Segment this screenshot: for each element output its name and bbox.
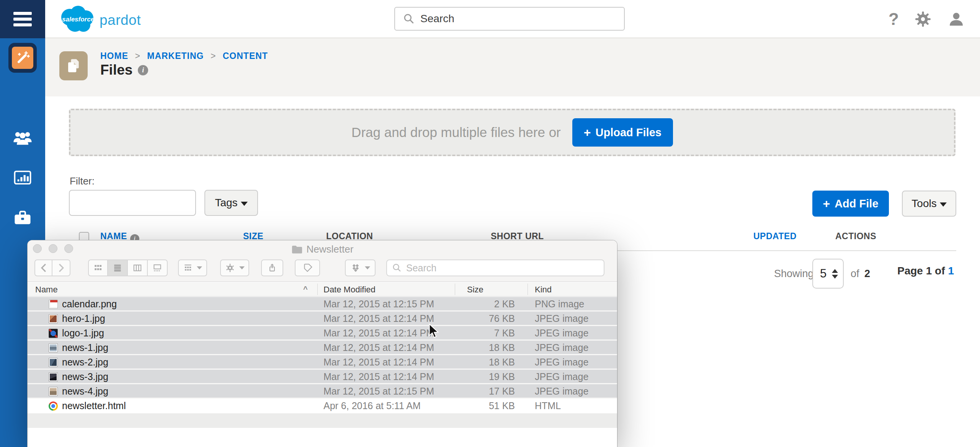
dropbox-button[interactable] [345, 259, 376, 276]
finder-file-row[interactable]: hero-1.jpg Mar 12, 2015 at 12:14 PM 76 K… [28, 312, 617, 326]
drop-zone-text: Drag and drop multiple files here or [351, 125, 561, 140]
file-date-modified: Mar 12, 2015 at 12:14 PM [323, 313, 434, 324]
column-header-location: LOCATION [326, 231, 373, 241]
hamburger-menu-button[interactable] [0, 0, 45, 38]
breadcrumb-separator: > [135, 51, 140, 61]
file-size: 18 KB [456, 342, 515, 353]
file-name: hero-1.jpg [62, 313, 105, 324]
people-icon [12, 127, 33, 148]
page-info-icon[interactable]: i [138, 65, 148, 75]
page-1-link[interactable]: 1 [948, 265, 954, 277]
drag-drop-zone[interactable]: Drag and drop multiple files here or + U… [69, 109, 956, 156]
zoom-window-icon[interactable] [64, 244, 73, 253]
finder-column-date-modified[interactable]: Date Modified [323, 285, 376, 295]
user-profile-icon[interactable] [947, 10, 965, 28]
breadcrumb-marketing[interactable]: MARKETING [147, 51, 204, 61]
finder-column-name[interactable]: Name [35, 285, 58, 295]
file-size: 19 KB [456, 371, 515, 382]
close-window-icon[interactable] [33, 244, 42, 253]
file-name: logo-1.jpg [62, 328, 104, 339]
icon-view-button[interactable] [88, 259, 108, 276]
files-page-icon [59, 51, 88, 80]
sidebar-item-reports[interactable] [0, 168, 45, 188]
of-label: of [851, 268, 859, 280]
column-header-actions: ACTIONS [835, 231, 876, 241]
column-header-updated[interactable]: UPDATED [753, 231, 797, 241]
file-date-modified: Apr 6, 2016 at 5:11 AM [323, 400, 421, 411]
column-header-short-url: SHORT URL [491, 231, 544, 241]
back-button[interactable] [34, 259, 52, 276]
page-indicator: Page 1 of1 [897, 265, 954, 277]
settings-gear-icon[interactable] [914, 10, 932, 28]
sidebar-item-prospects[interactable] [0, 127, 45, 148]
page-title: Files [100, 62, 132, 78]
finder-column-kind[interactable]: Kind [535, 285, 552, 295]
minimize-window-icon[interactable] [49, 244, 57, 253]
file-thumbnail-icon [49, 372, 58, 382]
finder-column-size[interactable]: Size [467, 285, 483, 295]
file-size: 7 KB [456, 328, 515, 339]
forward-button[interactable] [52, 259, 70, 276]
per-page-value: 5 [820, 267, 826, 281]
global-search-input[interactable]: Search [394, 7, 625, 31]
column-view-button[interactable] [128, 259, 148, 276]
add-file-button[interactable]: + Add File [812, 191, 889, 217]
finder-file-row[interactable]: calendar.png Mar 12, 2015 at 12:15 PM 2 … [28, 297, 617, 312]
coverflow-view-button[interactable] [148, 259, 168, 276]
finder-file-row[interactable]: news-4.jpg Mar 12, 2015 at 12:15 PM 17 K… [28, 384, 617, 399]
file-thumbnail-icon [49, 300, 58, 309]
finder-file-row[interactable]: news-3.jpg Mar 12, 2015 at 12:14 PM 19 K… [28, 370, 617, 384]
finder-search-placeholder: Search [406, 263, 436, 274]
file-kind: JPEG image [535, 313, 588, 324]
tags-dropdown-button[interactable]: Tags [204, 190, 258, 216]
briefcase-icon [13, 208, 33, 228]
pardot-wordmark: pardot [100, 12, 141, 28]
file-size: 18 KB [456, 357, 515, 368]
sidebar-item-content[interactable] [8, 43, 37, 73]
help-icon[interactable]: ? [889, 10, 899, 29]
search-icon [403, 13, 415, 25]
salesforce-cloud-logo: salesforce [58, 4, 96, 34]
upload-files-button[interactable]: + Upload Files [572, 118, 673, 147]
finder-window-title: Newsletter [307, 243, 354, 255]
stepper-up-icon[interactable] [832, 269, 838, 273]
filter-label: Filter: [70, 175, 95, 187]
showing-label: Showing [774, 268, 814, 280]
salesforce-wordmark: salesforce [62, 16, 93, 23]
file-date-modified: Mar 12, 2015 at 12:15 PM [323, 299, 434, 310]
action-gear-button[interactable] [220, 259, 249, 276]
arrange-button[interactable] [178, 259, 207, 276]
file-name: news-3.jpg [62, 371, 108, 382]
file-date-modified: Mar 12, 2015 at 12:14 PM [323, 328, 434, 339]
finder-search-input[interactable]: Search [386, 259, 604, 276]
total-count: 2 [864, 268, 870, 280]
per-page-stepper[interactable]: 5 [812, 259, 844, 289]
file-kind: PNG image [535, 299, 584, 310]
finder-file-list: calendar.png Mar 12, 2015 at 12:15 PM 2 … [28, 297, 617, 413]
top-bar: salesforce pardot Search ? [0, 0, 980, 38]
finder-window[interactable]: Newsletter [28, 240, 617, 447]
column-header-size[interactable]: SIZE [243, 231, 263, 241]
list-view-button[interactable] [108, 259, 128, 276]
share-button[interactable] [261, 259, 283, 276]
tools-dropdown-button[interactable]: Tools [902, 191, 956, 217]
file-date-modified: Mar 12, 2015 at 12:14 PM [323, 357, 434, 368]
empty-row-stripe [28, 413, 617, 428]
file-name: newsletter.html [62, 400, 126, 411]
breadcrumb-home[interactable]: HOME [100, 51, 128, 61]
page-header-strip: HOME > MARKETING > CONTENT Files i [45, 38, 980, 96]
bar-chart-icon [13, 168, 33, 188]
finder-file-row[interactable]: news-1.jpg Mar 12, 2015 at 12:14 PM 18 K… [28, 341, 617, 355]
file-kind: JPEG image [535, 371, 588, 382]
brand-logo: salesforce pardot [58, 4, 141, 34]
finder-file-row[interactable]: logo-1.jpg Mar 12, 2015 at 12:14 PM 7 KB… [28, 326, 617, 341]
sidebar-item-admin[interactable] [0, 208, 45, 228]
chevron-down-icon [940, 202, 947, 207]
finder-file-row[interactable]: news-2.jpg Mar 12, 2015 at 12:14 PM 18 K… [28, 355, 617, 370]
tag-button[interactable] [295, 259, 320, 276]
filter-input[interactable] [69, 190, 196, 216]
finder-file-row[interactable]: newsletter.html Apr 6, 2016 at 5:11 AM 5… [28, 399, 617, 413]
stepper-down-icon[interactable] [832, 275, 838, 279]
finder-titlebar[interactable]: Newsletter [28, 240, 617, 282]
breadcrumb-content[interactable]: CONTENT [223, 51, 268, 61]
